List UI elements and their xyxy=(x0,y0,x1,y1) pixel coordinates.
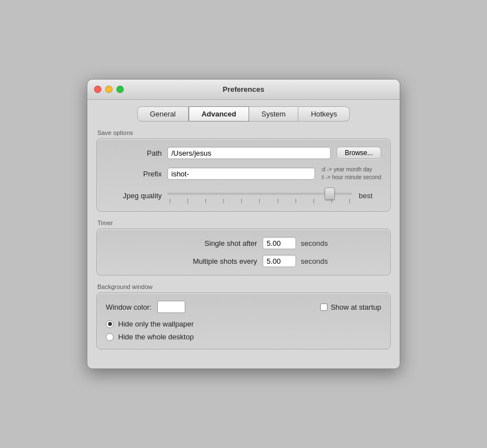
window-body: General Advanced System Hotkeys Save opt… xyxy=(87,100,400,368)
tick xyxy=(349,199,350,203)
tick xyxy=(170,199,170,203)
background-window-box: Window color: Show at startup Hide only … xyxy=(96,292,391,349)
show-startup-checkbox[interactable] xyxy=(320,304,327,311)
path-row: Path Browse... xyxy=(106,147,381,159)
tab-system[interactable]: System xyxy=(249,106,298,122)
title-bar: Preferences xyxy=(87,80,400,100)
tick xyxy=(278,199,278,203)
path-input[interactable] xyxy=(167,147,331,159)
tick xyxy=(223,199,224,203)
quality-best-label: best xyxy=(359,192,381,200)
quality-slider[interactable] xyxy=(167,193,352,195)
color-swatch[interactable] xyxy=(157,301,185,313)
radio-hide-desktop[interactable]: Hide the whole desktop xyxy=(106,333,381,341)
slider-container xyxy=(167,188,352,203)
tick xyxy=(331,199,332,203)
color-label: Window color: xyxy=(106,303,152,311)
tab-general[interactable]: General xyxy=(137,106,189,122)
browse-button[interactable]: Browse... xyxy=(336,147,381,159)
background-window-label: Background window xyxy=(97,283,391,290)
single-shot-label: Single shot after xyxy=(159,239,257,248)
prefix-row: Prefix :d -> year month day :t -> hour m… xyxy=(106,166,381,181)
window-title: Preferences xyxy=(223,85,264,94)
color-row: Window color: Show at startup xyxy=(106,301,381,313)
radio2-label: Hide the whole desktop xyxy=(118,333,194,341)
show-startup-check[interactable]: Show at startup xyxy=(320,303,381,311)
save-options-box: Path Browse... Prefix :d -> year month d… xyxy=(96,138,391,212)
multiple-shots-input[interactable] xyxy=(263,255,296,267)
tick xyxy=(188,199,188,203)
save-options-label: Save options xyxy=(97,129,391,136)
prefix-input[interactable] xyxy=(167,167,315,180)
show-startup-label: Show at startup xyxy=(331,303,381,311)
prefix-hint: :d -> year month day :t -> hour minute s… xyxy=(321,166,381,181)
multiple-shots-unit: seconds xyxy=(301,257,327,265)
close-button[interactable] xyxy=(94,86,101,93)
radio-outer-1 xyxy=(106,320,114,328)
single-shot-input[interactable] xyxy=(263,237,296,249)
multiple-shots-row: Multiple shots every seconds xyxy=(106,255,381,267)
prefix-hint-line2: :t -> hour minute second xyxy=(321,174,381,181)
window-controls xyxy=(94,86,124,93)
tick xyxy=(296,199,296,203)
timer-label: Timer xyxy=(97,220,391,226)
maximize-button[interactable] xyxy=(116,86,124,93)
path-label: Path xyxy=(106,149,162,157)
tick xyxy=(313,199,314,203)
minimize-button[interactable] xyxy=(105,86,113,93)
tab-hotkeys[interactable]: Hotkeys xyxy=(298,106,350,122)
preferences-window: Preferences General Advanced System Hotk… xyxy=(87,79,400,369)
radio-outer-2 xyxy=(106,333,114,341)
prefix-hint-line1: :d -> year month day xyxy=(321,166,381,174)
tick xyxy=(205,199,206,203)
tick xyxy=(241,199,242,203)
tick xyxy=(259,199,260,203)
single-shot-row: Single shot after seconds xyxy=(106,237,381,249)
radio-inner-1 xyxy=(108,322,112,326)
tab-advanced[interactable]: Advanced xyxy=(189,106,249,122)
multiple-shots-label: Multiple shots every xyxy=(159,257,257,265)
single-shot-unit: seconds xyxy=(301,239,327,248)
radio-hide-wallpaper[interactable]: Hide only the wallpaper xyxy=(106,320,381,328)
jpeg-quality-row: Jpeg quality xyxy=(106,188,381,203)
prefix-label: Prefix xyxy=(106,170,162,178)
timer-box: Single shot after seconds Multiple shots… xyxy=(96,228,391,276)
radio1-label: Hide only the wallpaper xyxy=(118,320,194,328)
jpeg-quality-label: Jpeg quality xyxy=(106,192,162,200)
tab-bar: General Advanced System Hotkeys xyxy=(96,106,391,122)
